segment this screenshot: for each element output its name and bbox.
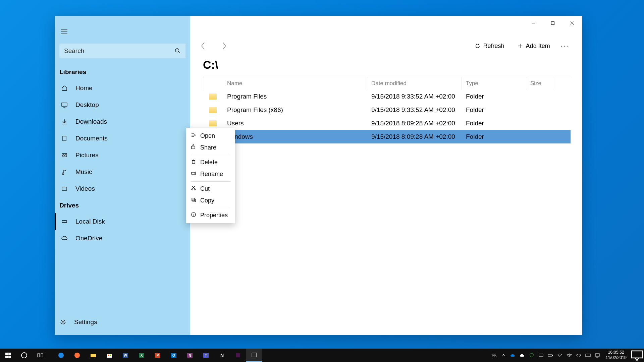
svg-rect-5: [62, 103, 67, 106]
disk-icon: [61, 218, 68, 225]
svg-point-31: [192, 189, 193, 190]
tray-defender[interactable]: [527, 349, 536, 362]
context-menu-cut[interactable]: Cut: [186, 183, 235, 195]
tray-chevron[interactable]: [499, 349, 508, 362]
people-icon: [491, 353, 497, 358]
sidebar-item-onedrive[interactable]: OneDrive: [55, 230, 190, 247]
col-size[interactable]: Size: [526, 77, 553, 90]
svg-rect-70: [548, 354, 552, 356]
sidebar-item-label: Music: [75, 168, 92, 176]
col-date[interactable]: Date modified: [367, 77, 462, 90]
taskbar-slack[interactable]: [230, 349, 246, 362]
tray-volume[interactable]: [565, 349, 574, 362]
context-menu-delete[interactable]: Delete: [186, 157, 235, 168]
back-button[interactable]: [200, 42, 206, 50]
battery-icon: [548, 353, 553, 358]
teams-icon: T: [203, 352, 209, 359]
sidebar-item-downloads[interactable]: Downloads: [55, 113, 190, 130]
tray-app-2[interactable]: [574, 349, 583, 362]
sidebar-item-label: Pictures: [75, 152, 99, 159]
gear-icon: [60, 319, 66, 325]
shield-icon: [529, 353, 534, 358]
minimize-button[interactable]: [524, 16, 543, 30]
context-menu-rename[interactable]: Rename: [186, 168, 235, 180]
context-menu-label: Rename: [200, 171, 223, 178]
tray-display[interactable]: [593, 349, 602, 362]
sidebar-item-pictures[interactable]: Pictures: [55, 147, 190, 164]
taskbar-edge[interactable]: [53, 349, 69, 362]
folder-icon: [209, 107, 217, 113]
taskbar-onenote[interactable]: N: [182, 349, 198, 362]
close-button[interactable]: [562, 16, 582, 30]
col-type[interactable]: Type: [462, 77, 526, 90]
action-center-button[interactable]: [630, 348, 644, 362]
row-icon: [203, 94, 223, 100]
hamburger-button[interactable]: [55, 22, 190, 44]
table-row[interactable]: Program Files9/15/2018 9:33:52 AM +02:00…: [203, 90, 571, 103]
row-date: 9/15/2018 9:33:52 AM +02:00: [367, 106, 462, 114]
search-box[interactable]: [59, 44, 185, 58]
tray-people[interactable]: [489, 349, 499, 362]
context-menu-copy[interactable]: Copy: [186, 195, 235, 206]
taskbar-app-n[interactable]: N: [214, 349, 230, 362]
context-menu-divider: [191, 181, 230, 182]
forward-button[interactable]: [222, 42, 227, 50]
more-button[interactable]: ···: [553, 42, 572, 50]
svg-point-47: [74, 353, 80, 358]
table-row[interactable]: Users9/15/2018 8:09:28 AM +02:00Folder: [203, 117, 571, 130]
sidebar-item-videos[interactable]: Videos: [55, 180, 190, 197]
table-row[interactable]: Program Files (x86)9/15/2018 9:33:52 AM …: [203, 103, 571, 117]
context-menu-share[interactable]: Share: [186, 142, 235, 154]
sidebar-item-label: Downloads: [75, 118, 107, 125]
download-icon: [61, 118, 68, 125]
start-button[interactable]: [0, 349, 16, 362]
taskbar-firefox[interactable]: [69, 349, 85, 362]
search-input[interactable]: [64, 47, 175, 55]
context-menu-properties[interactable]: Properties: [186, 209, 235, 221]
taskbar-excel[interactable]: X: [133, 349, 150, 362]
tray-app[interactable]: [536, 349, 546, 362]
clock[interactable]: 16:05:52 11/02/2019: [602, 350, 630, 360]
table-row[interactable]: Windows9/15/2018 8:09:28 AM +02:00Folder: [203, 130, 571, 143]
refresh-button[interactable]: Refresh: [471, 41, 508, 52]
sidebar-item-label: Documents: [75, 135, 108, 142]
task-view-icon: [37, 352, 44, 359]
taskbar-word[interactable]: W: [117, 349, 133, 362]
tray-keyboard[interactable]: [583, 349, 593, 362]
taskbar-teams[interactable]: T: [198, 349, 214, 362]
taskbar-current-app[interactable]: [246, 349, 262, 362]
maximize-button[interactable]: [543, 16, 562, 30]
tray-onedrive-2[interactable]: [518, 349, 527, 362]
cortana-button[interactable]: [16, 349, 32, 362]
sidebar-item-label: Home: [75, 84, 93, 92]
col-icon[interactable]: [203, 77, 223, 90]
svg-rect-25: [192, 146, 195, 149]
clock-time: 16:05:52: [605, 350, 627, 355]
sidebar-item-local-disk[interactable]: Local Disk: [55, 213, 190, 230]
sidebar-item-documents[interactable]: Documents: [55, 130, 190, 147]
settings-button[interactable]: Settings: [55, 318, 190, 335]
taskbar-explorer[interactable]: [85, 349, 101, 362]
toolbar: Refresh Add Item ···: [190, 16, 582, 56]
svg-point-67: [492, 354, 494, 356]
app-icon: N: [219, 352, 225, 359]
sidebar-item-desktop[interactable]: Desktop: [55, 97, 190, 113]
svg-text:X: X: [141, 354, 143, 357]
delete-icon: [191, 159, 196, 166]
tray-wifi[interactable]: [555, 349, 565, 362]
taskbar-outlook[interactable]: O: [166, 349, 182, 362]
col-name[interactable]: Name: [223, 77, 367, 90]
sidebar-item-home[interactable]: Home: [55, 80, 190, 97]
sidebar-item-music[interactable]: Music: [55, 164, 190, 180]
tray-onedrive[interactable]: [508, 349, 518, 362]
context-menu-open[interactable]: Open: [186, 130, 235, 142]
search-icon: [175, 48, 181, 54]
taskbar-powerpoint[interactable]: P: [150, 349, 166, 362]
taskbar-store[interactable]: [101, 349, 117, 362]
task-view-button[interactable]: [32, 349, 48, 362]
desktop-icon: [61, 102, 68, 108]
tray-battery[interactable]: [546, 349, 555, 362]
add-item-button[interactable]: Add Item: [514, 41, 553, 52]
svg-rect-36: [193, 199, 196, 202]
excel-icon: X: [138, 352, 145, 359]
